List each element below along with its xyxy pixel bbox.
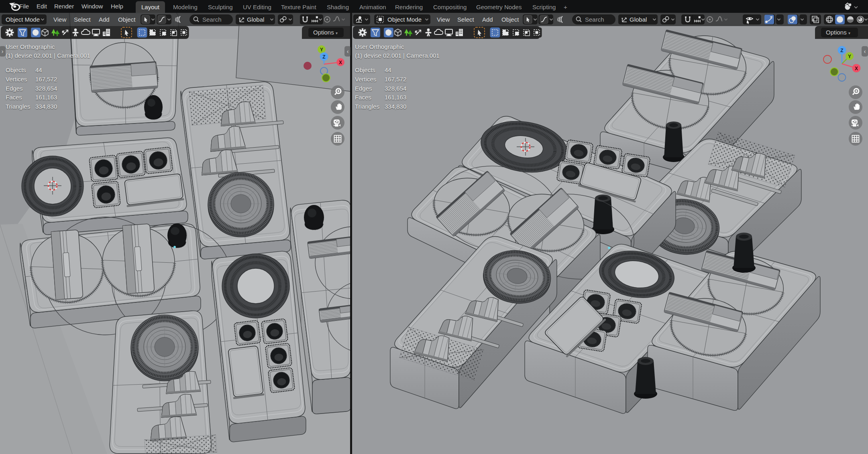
svg-text:X: X <box>855 66 858 71</box>
svg-text:Y: Y <box>848 54 851 59</box>
svg-text:‹: ‹ <box>347 48 349 55</box>
svg-text:‹: ‹ <box>864 48 866 55</box>
svg-text:Z: Z <box>322 54 325 60</box>
svg-text:X: X <box>339 60 342 65</box>
svg-text:Z: Z <box>840 48 843 53</box>
svg-text:›: › <box>2 48 4 55</box>
svg-text:Y: Y <box>320 47 323 53</box>
